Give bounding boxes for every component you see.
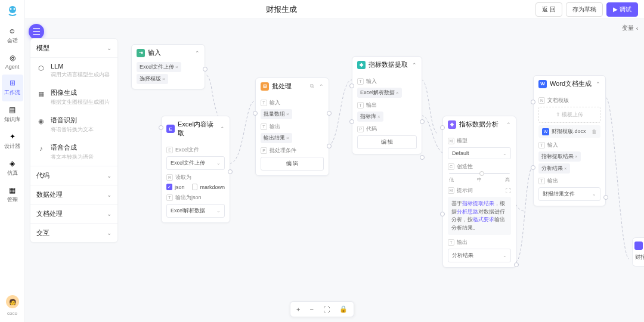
close-icon[interactable]: × [286,112,289,117]
rail-item-simulation[interactable]: ◈仿真 [2,155,23,182]
rail-item-chat[interactable]: ☺会话 [2,23,23,49]
rail-item-agent[interactable]: ◎Agent [2,49,23,75]
rail-item-workflow[interactable]: ⊞工作流 [2,75,23,101]
markdown-checkbox[interactable] [192,184,198,190]
output-select[interactable]: Excel解析数据⌄ [166,204,225,218]
input-port[interactable] [531,165,535,170]
sidebar-section-doc[interactable]: 文档处理⌄ [30,204,117,223]
input-tag[interactable]: 选择模版× [137,74,168,84]
workflow-canvas[interactable]: ⇥输入⌃ Excel文件上传× 选择模版× EExcel内容读取⌃ EExcel… [125,20,644,322]
collapse-icon[interactable]: ⌃ [412,62,417,68]
json-checkbox[interactable]: ✓ [166,184,172,190]
save-draft-button[interactable]: 存为草稿 [566,2,603,17]
sidebar-section-data[interactable]: 数据处理⌄ [30,185,117,204]
user-avatar[interactable]: 🧑 [6,295,19,308]
collapse-icon[interactable]: ⌃ [195,50,200,56]
slider-thumb[interactable] [479,171,484,176]
zoom-out-button[interactable]: − [308,305,316,314]
output-port[interactable] [228,169,233,174]
output-port[interactable] [603,195,608,200]
input-tag[interactable]: 分析结果× [538,163,570,174]
text-icon: T [448,239,454,246]
field-label: 输出 [547,177,558,185]
back-button[interactable]: 返 回 [535,2,562,17]
sidebar-section-model[interactable]: 模型 ⌄ [30,39,117,58]
output-select[interactable]: 财报结果文件⌄ [538,187,600,201]
node-batch[interactable]: ⊞批处理⧉⌃ T输入 批量数组× T输出 输出结果× P批处理条件 编 辑 [255,78,329,176]
node-partial[interactable]: 财报 [632,237,644,267]
input-port[interactable] [349,119,354,124]
input-tag[interactable]: 批量数组× [261,109,292,119]
collapse-icon[interactable]: ⌃ [506,122,511,128]
tool-asr[interactable]: ◉ 语音识别将语音转换为文本 [30,111,117,138]
output-port[interactable] [420,119,425,124]
close-icon[interactable]: × [286,135,289,141]
toggle-panel-button[interactable]: ☰ [29,24,44,39]
field-label: 代码 [366,125,377,133]
input-tag[interactable]: Excel文件上传× [137,62,181,72]
output-port[interactable] [327,144,332,148]
close-icon[interactable]: × [162,76,165,82]
collapse-icon[interactable]: ⌃ [319,83,324,89]
output-port[interactable] [514,262,519,267]
rail-item-designer[interactable]: ✦设计器 [2,128,23,155]
rail-item-management[interactable]: ▦管理 [2,182,23,209]
input-port[interactable] [440,212,445,216]
field-label: 输入 [270,99,280,107]
input-port[interactable] [531,100,535,104]
node-excel-read[interactable]: EExcel内容读取⌃ EExcel文件 Excel文件上传⌄ R读取为 ✓js… [161,116,230,223]
debug-button[interactable]: ▶调试 [606,2,638,17]
list-icon: ☰ [32,26,41,38]
field-label: 输出 [366,101,377,109]
output-port[interactable] [327,111,332,116]
app-logo [5,4,20,18]
close-icon[interactable]: × [175,64,178,70]
output-port[interactable] [420,155,425,160]
input-tag[interactable]: 指标提取结果× [538,151,581,162]
rail-item-knowledge[interactable]: ▤知识库 [2,101,23,128]
model-select[interactable]: Default⌄ [448,147,511,159]
collapse-icon[interactable]: ⌃ [596,81,600,87]
sidebar-section-code[interactable]: 代码⌄ [30,166,117,185]
tool-llm[interactable]: ⬡ LLM调用大语言模型生成内容 [30,58,117,83]
tool-tts[interactable]: ♪ 语音合成将文本转换为语音 [30,138,117,166]
prompt-textarea[interactable]: 基于指标提取结果，根据分析思路对数据进行分析，按格式要求输出分析结果。 [448,197,511,235]
tool-image-gen[interactable]: ▦ 图像生成根据文生图模型生成图片 [30,83,117,111]
output-select[interactable]: 分析结果⌄ [448,249,511,262]
input-tag[interactable]: Excel解析数据× [357,88,402,98]
node-input[interactable]: ⇥输入⌃ Excel文件上传× 选择模版× [131,44,205,89]
sidebar-section-interact[interactable]: 交互⌄ [30,223,117,242]
file-row: W 财报模版.docx 🗑 [538,125,600,138]
output-tag[interactable]: 指标库× [357,112,383,122]
input-port[interactable] [159,125,163,130]
fullscreen-button[interactable]: ⛶ [321,305,332,314]
workflow-icon: ⊞ [8,78,17,88]
input-port[interactable] [349,83,354,88]
input-port[interactable] [440,125,445,130]
tool-desc: 将文本转换为语音 [51,153,112,161]
delete-icon[interactable]: 🗑 [592,129,597,135]
lock-button[interactable]: 🔒 [337,304,350,314]
close-icon[interactable]: × [575,154,578,159]
edit-button[interactable]: 编 辑 [357,135,417,149]
node-extract[interactable]: ◆指标数据提取⌃ T输入 Excel解析数据× T输出 指标库× P代码 编 辑 [352,56,422,154]
close-icon[interactable]: × [396,90,399,95]
tag-label: 指标库 [360,113,376,120]
collapse-icon[interactable]: ⌃ [220,126,225,132]
close-icon[interactable]: × [377,114,380,119]
close-icon[interactable]: × [564,166,567,171]
output-port[interactable] [203,67,208,72]
copy-icon[interactable]: ⧉ [310,83,314,89]
edit-button[interactable]: 编 辑 [261,157,324,171]
upload-area[interactable]: ⇧ 模板上传 [538,107,600,123]
input-port[interactable] [253,111,258,116]
output-tag[interactable]: 输出结果× [261,133,292,143]
file-select[interactable]: Excel文件上传⌄ [166,156,225,170]
expand-icon[interactable]: ⛶ [506,188,511,194]
zoom-in-button[interactable]: + [294,305,302,314]
node-word[interactable]: WWord文档生成⌃ N文档模版 ⇧ 模板上传 W 财报模版.docx 🗑 T输… [533,75,606,206]
svg-point-2 [13,8,15,10]
creativity-slider[interactable] [449,173,510,174]
node-analysis[interactable]: ◈指标数据分析⌃ M模型 Default⌄ C创造性 低中高 M提示词⛶ 基于指… [442,116,516,268]
tag-label: 指标提取结果 [541,153,574,160]
